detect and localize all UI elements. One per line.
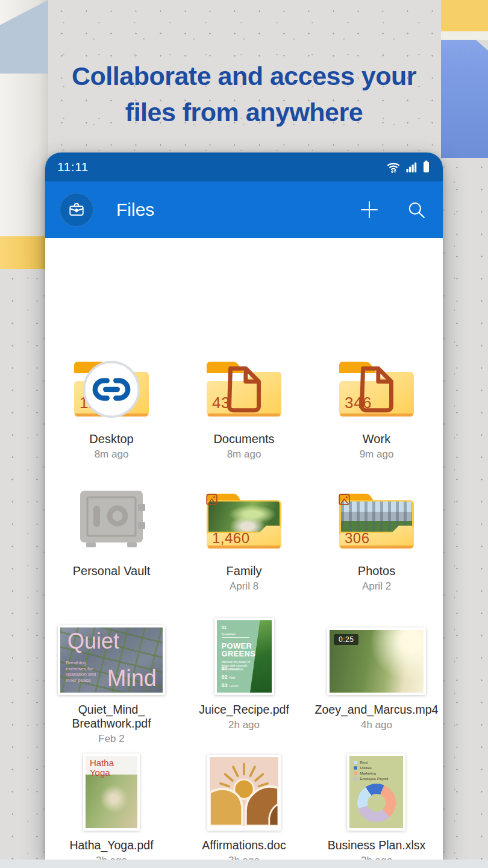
- folder-tile-family[interactable]: 1,460 Family April 8: [204, 488, 284, 593]
- search-button[interactable]: [407, 200, 426, 219]
- item-name: Business Plan.xlsx: [328, 838, 426, 852]
- item-name: Personal Vault: [73, 564, 151, 578]
- file-tile-hatha-yoga[interactable]: HathaYoga Hatha_Yoga.pdf 2h ago: [69, 753, 153, 860]
- phone-frame: 11:11: [45, 153, 443, 860]
- shared-link-icon: [72, 360, 151, 419]
- thumb-text: POWERGREENS: [222, 642, 259, 658]
- file-tile-affirmations[interactable]: Affirmations.doc 3h ago: [202, 753, 286, 860]
- plus-icon: [358, 199, 380, 221]
- document-icon: [337, 360, 416, 419]
- chart-legend: Rent Utilities Marketing Employee Payrol…: [354, 761, 399, 781]
- item-meta: 2h ago: [361, 855, 392, 860]
- item-meta: April 8: [230, 580, 258, 593]
- item-meta: 2h ago: [96, 855, 127, 860]
- item-name: Hatha_Yoga.pdf: [69, 838, 153, 852]
- background-bottom-strip: [0, 860, 488, 868]
- vault-icon: [74, 488, 149, 551]
- headline-line1: Collaborate and access your: [0, 58, 488, 94]
- donut-chart: [357, 784, 396, 822]
- folder-icon: 1,460: [204, 492, 284, 551]
- folder-tile-work[interactable]: 346 Work 9m ago: [337, 359, 416, 461]
- thumb-text: 01: [222, 624, 259, 630]
- item-name: Desktop: [89, 432, 133, 446]
- folder-tile-documents[interactable]: 43 Documents 8m ago: [204, 359, 284, 461]
- page-title: Files: [116, 200, 154, 220]
- search-icon: [407, 200, 426, 219]
- video-thumbnail: 0:25: [327, 627, 426, 695]
- item-meta: 8m ago: [95, 448, 129, 461]
- item-meta: Feb 2: [98, 733, 124, 745]
- item-meta: 8m ago: [227, 448, 261, 461]
- file-tile-quiet-mind[interactable]: Quiet Mind Breathing exercises for relax…: [58, 619, 165, 745]
- document-icon: [204, 360, 284, 419]
- item-name: Work: [363, 432, 390, 446]
- folder-icon: 346: [337, 360, 416, 419]
- battery-icon: [422, 160, 431, 174]
- file-thumbnail: [207, 755, 281, 831]
- item-meta: April 2: [362, 580, 391, 593]
- video-duration-badge: 0:25: [334, 634, 358, 645]
- thumb-text: HathaYoga: [90, 758, 114, 778]
- status-icons: [386, 160, 431, 174]
- file-thumbnail: 01 Breakfast POWERGREENS Harness the pow…: [214, 618, 274, 695]
- item-meta: 4h ago: [361, 719, 392, 731]
- app-bar: Files: [45, 181, 443, 238]
- thumb-caption: Breathing exercises for relaxation and i…: [66, 660, 103, 683]
- folder-item-count: 1,460: [212, 530, 250, 547]
- add-button[interactable]: [358, 199, 380, 221]
- photo-icon: [337, 492, 352, 507]
- item-meta: 3h ago: [228, 855, 260, 860]
- headline: Collaborate and access your files from a…: [0, 58, 488, 130]
- file-thumbnail: Quiet Mind Breathing exercises for relax…: [58, 625, 165, 695]
- briefcase-icon: [67, 201, 86, 219]
- folder-tile-personal-vault[interactable]: Personal Vault: [73, 488, 151, 593]
- headline-line2: files from anywhere: [0, 94, 488, 130]
- item-name: Juice_Recipe.pdf: [199, 703, 289, 717]
- file-grid: 123 Desktop 8m ago: [45, 238, 443, 860]
- item-meta: 9m ago: [360, 448, 394, 461]
- file-tile-zoey-video[interactable]: 0:25 Zoey_and_Marcus.mp4 4h ago: [315, 619, 439, 745]
- file-thumbnail: HathaYoga: [83, 753, 140, 831]
- signal-bars-icon: [405, 160, 418, 174]
- folder-icon: 306: [337, 492, 416, 551]
- clock: 11:11: [57, 160, 89, 174]
- photo-icon: [204, 492, 219, 507]
- account-button[interactable]: [60, 193, 93, 227]
- folder-tile-desktop[interactable]: 123 Desktop 8m ago: [72, 359, 151, 461]
- thumb-text: Quiet: [67, 629, 119, 654]
- folder-icon: 43: [204, 360, 284, 419]
- item-name: Zoey_and_Marcus.mp4: [315, 703, 439, 717]
- item-name: Family: [227, 564, 262, 578]
- folder-tile-photos[interactable]: 306 Photos April 2: [337, 488, 416, 593]
- spreadsheet-thumbnail: Rent Utilities Marketing Employee Payrol…: [347, 753, 405, 831]
- item-name: Quiet_Mind_Breathwork.pdf: [72, 703, 151, 731]
- file-tile-business-plan[interactable]: Rent Utilities Marketing Employee Payrol…: [328, 753, 426, 860]
- folder-item-count: 306: [345, 530, 370, 547]
- promo-screenshot: Collaborate and access your files from a…: [0, 0, 488, 868]
- status-bar: 11:11: [45, 153, 443, 181]
- folder-icon: 123: [72, 360, 151, 419]
- item-name: Documents: [213, 432, 274, 446]
- file-tile-juice-recipe[interactable]: 01 Breakfast POWERGREENS Harness the pow…: [199, 619, 289, 745]
- thumb-text: Mind: [107, 665, 157, 691]
- thumb-text: Breakfast: [222, 632, 249, 638]
- sun-art-illustration: [210, 757, 278, 826]
- item-name: Photos: [358, 564, 395, 578]
- background-yellow-paper-right: [441, 0, 488, 31]
- item-name: Affirmations.doc: [202, 838, 286, 852]
- wifi-updown-icon: [386, 160, 401, 174]
- item-meta: 2h ago: [228, 719, 260, 731]
